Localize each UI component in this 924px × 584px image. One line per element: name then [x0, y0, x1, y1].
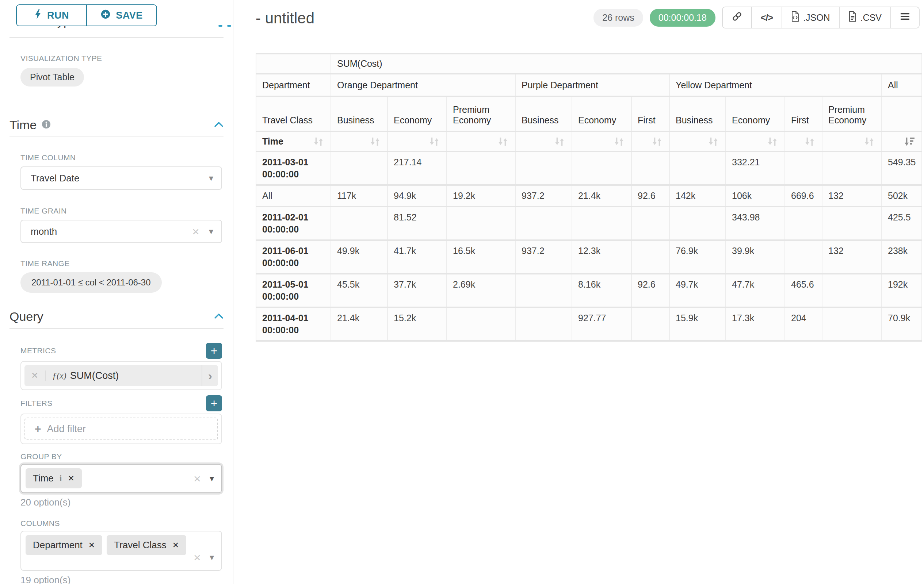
add-filter-plus-button[interactable]: +	[206, 395, 222, 411]
visualization-type-pill[interactable]: Pivot Table	[20, 68, 84, 87]
sort-icon[interactable]	[766, 137, 779, 147]
columns-pill[interactable]: Department✕	[26, 535, 102, 555]
add-filter-button[interactable]: + Add filter	[25, 418, 218, 440]
group-by-pill[interactable]: Timei✕	[26, 468, 82, 489]
columns-pill[interactable]: Travel Class✕	[107, 535, 186, 555]
value-cell: 332.21	[726, 151, 785, 185]
remove-icon[interactable]: ✕	[68, 474, 74, 483]
clipped-icon	[218, 25, 223, 26]
time-grain-value: month	[31, 226, 57, 237]
run-save-button-group: RUN SAVE	[16, 4, 157, 26]
clear-icon[interactable]: ×	[192, 225, 200, 238]
column-sort-cell	[632, 132, 670, 151]
remove-icon[interactable]: ✕	[172, 541, 179, 550]
metric-name: SUM(Cost)	[70, 370, 119, 382]
share-link-button[interactable]	[723, 7, 751, 28]
value-cell: 49.9k	[331, 240, 388, 274]
caret-down-icon[interactable]: ▾	[210, 553, 214, 562]
sort-icon[interactable]	[613, 137, 625, 147]
value-cell: 549.35	[882, 151, 922, 185]
chevron-up-icon[interactable]	[214, 313, 223, 321]
menu-button[interactable]	[890, 7, 919, 28]
save-button[interactable]: SAVE	[86, 5, 156, 26]
chevron-right-icon[interactable]: ›	[201, 365, 218, 386]
chart-title[interactable]: - untitled	[256, 10, 314, 27]
table-row: 2011-02-01 00:00:0081.52343.98425.5	[256, 207, 922, 240]
sort-icon[interactable]	[707, 137, 719, 147]
column-sort-cell	[670, 132, 726, 151]
caret-down-icon[interactable]: ▾	[209, 174, 213, 183]
travel-class-header: Business	[515, 96, 572, 132]
add-metric-button[interactable]: +	[206, 343, 222, 359]
value-cell	[515, 207, 572, 240]
sort-icon[interactable]	[651, 137, 663, 147]
value-cell	[785, 240, 822, 274]
pivot-corner-cell	[256, 54, 331, 74]
travel-class-header	[882, 96, 922, 132]
value-cell: 81.52	[388, 207, 447, 240]
row-header-cell: 2011-05-01 00:00:00	[256, 274, 331, 307]
view-query-button[interactable]: </>	[751, 7, 782, 28]
time-range-pill[interactable]: 2011-01-01 ≤ col < 2011-06-30	[20, 272, 162, 293]
travel-class-header: Economy	[726, 96, 785, 132]
pivot-header-metric-row: SUM(Cost)	[256, 54, 922, 74]
sort-icon[interactable]	[369, 137, 381, 147]
remove-metric-icon[interactable]: ✕	[25, 370, 46, 381]
export-csv-button[interactable]: .CSV	[839, 7, 890, 28]
run-button[interactable]: RUN	[17, 5, 86, 26]
value-cell	[822, 274, 882, 307]
metrics-label: METRICS	[20, 346, 56, 355]
table-row: 2011-04-01 00:00:0021.4k15.2k927.7715.9k…	[256, 307, 922, 341]
time-grain-label: TIME GRAIN	[20, 207, 67, 216]
row-header-cell: 2011-06-01 00:00:00	[256, 240, 331, 274]
time-column-value: Travel Date	[31, 173, 79, 184]
value-cell: 70.9k	[882, 307, 922, 341]
sort-desc-icon[interactable]	[903, 137, 916, 147]
value-cell: 8.16k	[572, 274, 632, 307]
travel-class-header: First	[785, 96, 822, 132]
department-group-header: All	[882, 74, 922, 96]
caret-down-icon[interactable]: ▾	[209, 227, 213, 236]
sort-icon[interactable]	[553, 137, 566, 147]
value-cell: 142k	[670, 185, 726, 207]
export-json-button[interactable]: .JSON	[782, 7, 839, 28]
chevron-up-icon[interactable]	[214, 122, 223, 129]
value-cell: 927.77	[572, 307, 632, 341]
clear-icon[interactable]: ×	[193, 472, 201, 485]
sort-icon[interactable]	[312, 137, 325, 147]
sort-icon[interactable]	[428, 137, 441, 147]
value-cell	[447, 151, 515, 185]
time-grain-select[interactable]: month × ▾	[20, 220, 222, 243]
department-dimension-label: Department	[256, 74, 331, 96]
sort-icon[interactable]	[863, 137, 875, 147]
code-icon: </>	[761, 12, 773, 23]
column-sort-cell	[331, 132, 388, 151]
column-sort-cell	[515, 132, 572, 151]
sort-icon[interactable]	[497, 137, 509, 147]
value-cell: 238k	[882, 240, 922, 274]
bolt-icon	[34, 9, 42, 22]
columns-options-hint: 19 option(s)	[20, 574, 222, 584]
group-by-select[interactable]: Timei✕ × ▾	[20, 464, 222, 493]
value-cell	[331, 207, 388, 240]
value-cell: 502k	[882, 185, 922, 207]
sort-icon[interactable]	[804, 137, 816, 147]
table-row: 2011-05-01 00:00:0045.5k37.7k2.69k8.16k9…	[256, 274, 922, 307]
columns-select[interactable]: Department✕Travel Class✕ × ▾	[20, 531, 222, 571]
column-sort-cell	[572, 132, 632, 151]
remove-icon[interactable]: ✕	[88, 541, 95, 550]
plus-icon: +	[35, 423, 41, 435]
clear-icon[interactable]: ×	[193, 551, 201, 564]
visualization-type-label: VISUALIZATION TYPE	[20, 54, 222, 63]
caret-down-icon[interactable]: ▾	[210, 474, 214, 483]
time-section-title: Time	[10, 118, 36, 132]
value-cell	[785, 207, 822, 240]
value-cell: 192k	[882, 274, 922, 307]
value-cell	[822, 307, 882, 341]
metric-pill[interactable]: ✕ ƒ(x) SUM(Cost) ›	[25, 365, 218, 386]
column-sort-cell	[822, 132, 882, 151]
value-cell	[670, 207, 726, 240]
value-cell: 47.7k	[726, 274, 785, 307]
time-column-select[interactable]: Travel Date ▾	[20, 166, 222, 190]
value-cell: 12.3k	[572, 240, 632, 274]
